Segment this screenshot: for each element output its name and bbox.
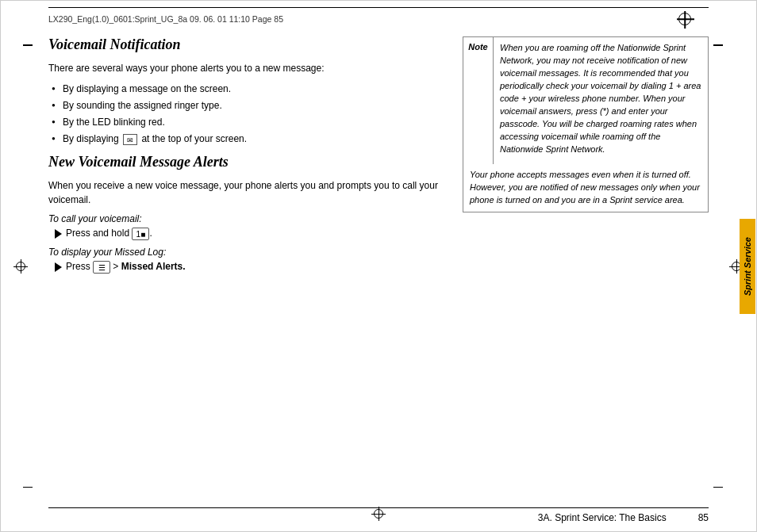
footer-page: 85	[698, 512, 709, 523]
bullet-2: By sounding the assigned ringer type.	[52, 98, 447, 113]
section2-intro: When you receive a new voice message, yo…	[48, 178, 447, 207]
top-left-margin-mark	[23, 44, 33, 46]
header-bar: LX290_Eng(1.0)_0601:Sprint_UG_8a 09. 06.…	[48, 7, 709, 27]
content-area: Voicemail Notification There are several…	[48, 36, 709, 496]
note-box-2: Your phone accepts messages even when it…	[463, 164, 709, 212]
bottom-right-margin-mark	[713, 487, 723, 488]
side-tab: Sprint Service	[739, 36, 756, 496]
section1-bullets: By displaying a message on the screen. B…	[48, 82, 447, 146]
side-tab-label: Sprint Service	[740, 219, 755, 314]
footer-text: 3A. Sprint Service: The Basics	[538, 512, 667, 523]
arrow-icon-1	[55, 229, 62, 239]
instruction2-step: Press ☰ > Missed Alerts.	[48, 261, 447, 274]
note-text-1: When you are roaming off the Nationwide …	[494, 37, 708, 164]
bottom-left-margin-mark	[23, 487, 33, 488]
instruction1-text: Press and hold 1■.	[66, 228, 152, 240]
page: LX290_Eng(1.0)_0601:Sprint_UG_8a 09. 06.…	[0, 0, 757, 532]
header-filename: LX290_Eng(1.0)_0601:Sprint_UG_8a 09. 06.…	[48, 14, 661, 24]
section2-title: New Voicemail Message Alerts	[48, 154, 447, 170]
note-label: Note	[463, 37, 494, 164]
instruction1-label: To call your voicemail:	[48, 213, 447, 224]
missed-alerts-text: Missed Alerts.	[121, 261, 186, 272]
note-text-2: Your phone accepts messages even when it…	[463, 164, 708, 212]
section1-intro: There are several ways your phone alerts…	[48, 61, 447, 75]
section1-title: Voicemail Notification	[48, 36, 447, 53]
bullet-4: By displaying ✉ at the top of your scree…	[52, 132, 447, 146]
mid-left-crosshair	[15, 261, 26, 272]
voicemail-icon: ✉	[123, 134, 137, 145]
instruction1-step: Press and hold 1■.	[48, 228, 447, 240]
note-box-1: Note When you are roaming off the Nation…	[463, 36, 709, 164]
bullet-1: By displaying a message on the screen.	[52, 82, 447, 96]
instruction2-label: To display your Missed Log:	[48, 247, 447, 258]
key-1-icon: 1■	[132, 228, 149, 240]
header-crosshair-icon	[677, 11, 693, 27]
right-column: Note When you are roaming off the Nation…	[463, 36, 709, 496]
footer: 3A. Sprint Service: The Basics 85	[48, 507, 709, 523]
instruction2-text: Press ☰ > Missed Alerts.	[66, 261, 186, 274]
key-menu-icon: ☰	[93, 261, 110, 274]
top-right-margin-mark	[713, 44, 723, 46]
arrow-icon-2	[55, 262, 62, 272]
left-column: Voicemail Notification There are several…	[48, 36, 463, 496]
bullet-3: By the LED blinking red.	[52, 115, 447, 129]
note-box-1-inner: Note When you are roaming off the Nation…	[463, 37, 708, 164]
